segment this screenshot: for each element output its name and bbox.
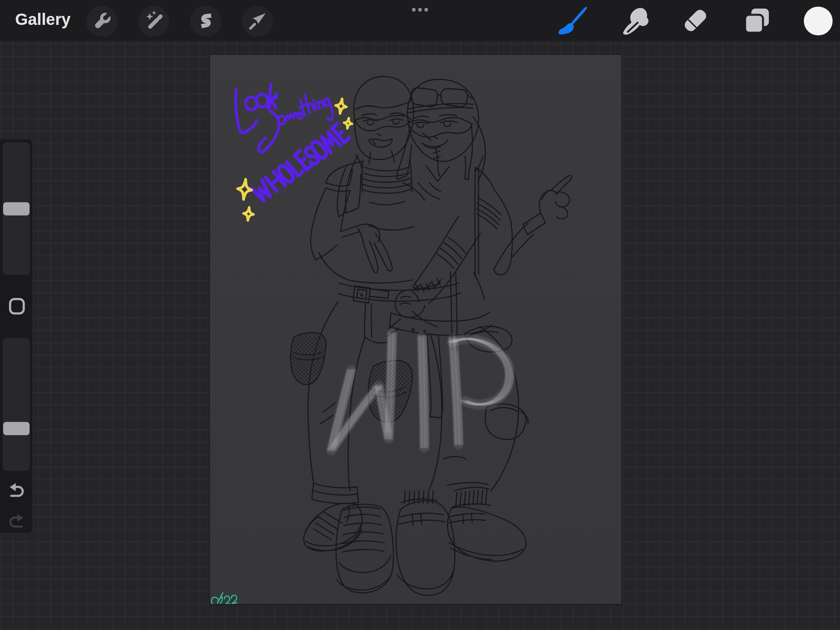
svg-text:Gallery: Gallery <box>15 10 71 28</box>
